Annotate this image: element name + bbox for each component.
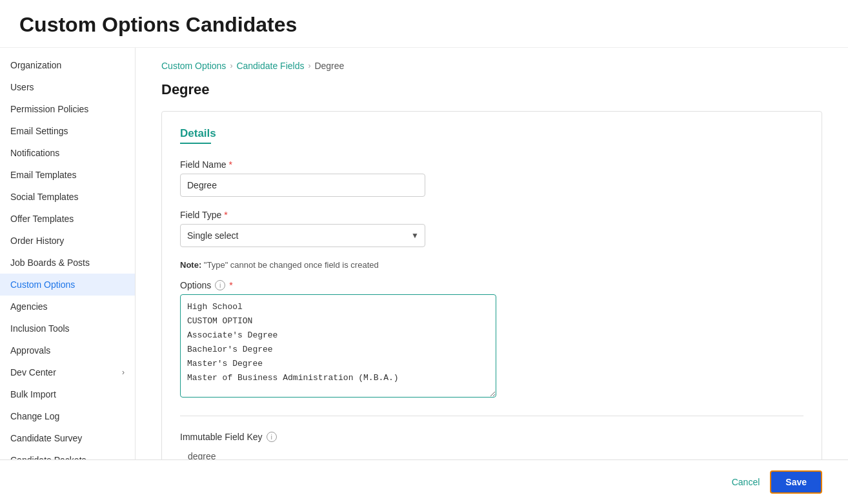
sidebar-item-label: Users — [10, 82, 34, 92]
options-textarea-container: High School CUSTOM OPTION Associate's De… — [180, 294, 496, 400]
sidebar-item-label: Email Templates — [10, 170, 76, 180]
sidebar-item-approvals[interactable]: Approvals — [0, 339, 135, 361]
options-info-icon[interactable]: i — [215, 280, 225, 290]
main-content: Custom Options › Candidate Fields › Degr… — [136, 48, 848, 459]
sidebar-item-label: Bulk Import — [10, 389, 56, 399]
footer-actions: Cancel Save — [0, 459, 848, 504]
sidebar-item-inclusion-tools[interactable]: Inclusion Tools — [0, 318, 135, 339]
immutable-key-value: degree — [180, 447, 803, 459]
field-type-required: * — [224, 210, 227, 220]
sidebar-item-label: Job Boards & Posts — [10, 257, 90, 268]
field-name-input[interactable] — [180, 174, 425, 197]
field-type-note: Note: "Type" cannot be changed once fiel… — [180, 260, 803, 270]
sidebar-item-users[interactable]: Users — [0, 76, 135, 98]
breadcrumb-custom-options[interactable]: Custom Options — [161, 61, 226, 71]
immutable-key-label: Immutable Field Key i — [180, 432, 803, 442]
sidebar-item-label: Custom Options — [10, 279, 75, 290]
field-type-select-wrapper: Single select Multi select Text Date ▼ — [180, 224, 425, 247]
field-type-group: Field Type * Single select Multi select … — [180, 210, 803, 247]
sidebar-item-candidate-packets[interactable]: Candidate Packets — [0, 449, 135, 459]
sidebar-item-change-log[interactable]: Change Log — [0, 405, 135, 427]
immutable-key-group: Immutable Field Key i degree — [180, 432, 803, 459]
section-underline — [180, 143, 211, 144]
options-textarea[interactable]: High School CUSTOM OPTION Associate's De… — [180, 294, 496, 398]
field-name-label: Field Name * — [180, 159, 803, 170]
sidebar-item-label: Candidate Packets — [10, 455, 86, 459]
sidebar-item-label: Offer Templates — [10, 214, 74, 224]
sidebar-item-label: Agencies — [10, 301, 48, 312]
sidebar-item-label: Candidate Survey — [10, 433, 82, 443]
options-required: * — [229, 280, 232, 290]
sidebar-item-agencies[interactable]: Agencies — [0, 296, 135, 318]
sidebar-item-bulk-import[interactable]: Bulk Import — [0, 383, 135, 405]
breadcrumb-candidate-fields[interactable]: Candidate Fields — [236, 61, 304, 71]
sidebar-item-order-history[interactable]: Order History — [0, 230, 135, 252]
field-type-label: Field Type * — [180, 210, 803, 220]
sidebar-item-offer-templates[interactable]: Offer Templates — [0, 208, 135, 230]
sidebar-item-email-settings[interactable]: Email Settings — [0, 120, 135, 142]
breadcrumb-separator-2: › — [308, 61, 310, 70]
breadcrumb: Custom Options › Candidate Fields › Degr… — [161, 61, 822, 71]
sidebar-item-dev-center[interactable]: Dev Center› — [0, 361, 135, 383]
section-divider — [180, 416, 803, 416]
sidebar-item-label: Email Settings — [10, 126, 68, 136]
details-card: Details Field Name * Field Type * Singl — [161, 111, 822, 459]
chevron-right-icon: › — [122, 368, 125, 377]
sidebar-item-organization[interactable]: Organization — [0, 54, 135, 76]
sidebar-item-label: Approvals — [10, 345, 50, 356]
sidebar-item-custom-options[interactable]: Custom Options — [0, 274, 135, 296]
sidebar-item-candidate-survey[interactable]: Candidate Survey — [0, 427, 135, 449]
sidebar-item-label: Dev Center — [10, 367, 56, 378]
options-label: Options i * — [180, 280, 803, 290]
form-heading: Degree — [161, 81, 822, 98]
field-type-select[interactable]: Single select Multi select Text Date — [180, 224, 425, 247]
sidebar-item-job-boards-posts[interactable]: Job Boards & Posts — [0, 252, 135, 274]
sidebar: OrganizationUsersPermission PoliciesEmai… — [0, 48, 136, 459]
sidebar-item-label: Permission Policies — [10, 104, 88, 114]
sidebar-item-label: Change Log — [10, 411, 59, 421]
sidebar-item-label: Notifications — [10, 148, 59, 158]
breadcrumb-degree: Degree — [314, 61, 344, 71]
save-button[interactable]: Save — [770, 470, 822, 494]
sidebar-item-label: Order History — [10, 236, 64, 246]
cancel-button[interactable]: Cancel — [732, 477, 760, 487]
sidebar-item-label: Inclusion Tools — [10, 323, 70, 334]
field-name-required: * — [229, 159, 232, 170]
sidebar-item-permission-policies[interactable]: Permission Policies — [0, 98, 135, 120]
breadcrumb-separator-1: › — [230, 61, 232, 70]
sidebar-item-notifications[interactable]: Notifications — [0, 142, 135, 164]
immutable-key-info-icon[interactable]: i — [267, 432, 277, 442]
sidebar-item-label: Social Templates — [10, 192, 79, 202]
page-title: Custom Options Candidates — [0, 0, 848, 48]
section-title: Details — [180, 127, 803, 140]
sidebar-item-email-templates[interactable]: Email Templates — [0, 164, 135, 186]
sidebar-item-label: Organization — [10, 60, 61, 70]
sidebar-item-social-templates[interactable]: Social Templates — [0, 186, 135, 208]
field-name-group: Field Name * — [180, 159, 803, 197]
options-group: Options i * High School CUSTOM OPTION As… — [180, 280, 803, 400]
